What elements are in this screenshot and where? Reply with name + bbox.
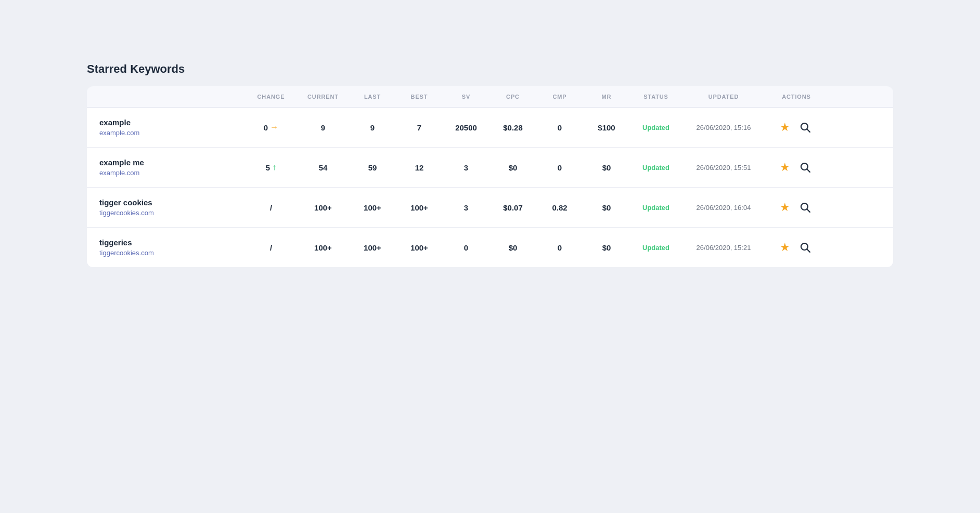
change-cell: 5↑ xyxy=(245,163,297,172)
table-row: example me example.com 5↑ 54 59 12 3 $0 … xyxy=(87,148,893,188)
cmp-cell: 0.82 xyxy=(536,203,583,212)
keyword-domain[interactable]: tiggercookies.com xyxy=(99,249,245,257)
best-cell: 7 xyxy=(396,123,443,132)
svg-line-3 xyxy=(807,169,810,173)
header-mr: MR xyxy=(583,94,630,100)
search-button[interactable] xyxy=(797,120,813,135)
change-value: 0 xyxy=(264,123,268,132)
header-sv: SV xyxy=(443,94,489,100)
star-button[interactable]: ★ xyxy=(780,201,790,214)
updated-cell: 26/06/2020, 15:16 xyxy=(682,124,765,131)
current-cell: 100+ xyxy=(297,203,349,212)
keywords-table: CHANGE CURRENT LAST BEST SV CPC CMP MR S… xyxy=(87,86,893,267)
star-button[interactable]: ★ xyxy=(780,161,790,174)
last-cell: 9 xyxy=(349,123,396,132)
actions-cell: ★ xyxy=(765,200,828,215)
cmp-cell: 0 xyxy=(536,243,583,252)
header-change: CHANGE xyxy=(245,94,297,100)
keyword-cell: example example.com xyxy=(99,118,245,137)
keyword-cell: tiggeries tiggercookies.com xyxy=(99,238,245,257)
cpc-cell: $0 xyxy=(489,243,536,252)
change-cell: / xyxy=(245,203,297,212)
header-cpc: CPC xyxy=(489,94,536,100)
keyword-domain[interactable]: example.com xyxy=(99,169,245,177)
change-value: / xyxy=(270,203,272,212)
keyword-domain[interactable]: example.com xyxy=(99,129,245,137)
last-cell: 100+ xyxy=(349,243,396,252)
cpc-cell: $0.28 xyxy=(489,123,536,132)
arrow-up-icon: ↑ xyxy=(272,163,276,172)
change-cell: / xyxy=(245,243,297,252)
mr-cell: $0 xyxy=(583,163,630,172)
change-value: / xyxy=(270,243,272,252)
cpc-cell: $0 xyxy=(489,163,536,172)
main-container: Starred Keywords CHANGE CURRENT LAST BES… xyxy=(87,62,893,267)
header-updated: UPDATED xyxy=(682,94,765,100)
search-icon xyxy=(800,202,811,213)
arrow-right-icon: → xyxy=(270,123,278,132)
status-cell: Updated xyxy=(630,204,682,212)
sv-cell: 3 xyxy=(443,203,489,212)
current-cell: 9 xyxy=(297,123,349,132)
sv-cell: 0 xyxy=(443,243,489,252)
keyword-cell: example me example.com xyxy=(99,158,245,177)
best-cell: 100+ xyxy=(396,203,443,212)
search-button[interactable] xyxy=(797,200,813,215)
status-cell: Updated xyxy=(630,244,682,252)
search-icon xyxy=(800,122,811,133)
star-button[interactable]: ★ xyxy=(780,241,790,254)
status-cell: Updated xyxy=(630,164,682,172)
keyword-name: example me xyxy=(99,158,245,167)
cpc-cell: $0.07 xyxy=(489,203,536,212)
status-cell: Updated xyxy=(630,124,682,131)
last-cell: 100+ xyxy=(349,203,396,212)
page-title: Starred Keywords xyxy=(87,62,893,76)
table-body: example example.com 0→ 9 9 7 20500 $0.28… xyxy=(87,108,893,267)
header-best: BEST xyxy=(396,94,443,100)
keyword-name: example xyxy=(99,118,245,127)
keyword-name: tiggeries xyxy=(99,238,245,247)
star-button[interactable]: ★ xyxy=(780,121,790,134)
updated-cell: 26/06/2020, 16:04 xyxy=(682,204,765,212)
header-actions: ACTIONS xyxy=(765,94,828,100)
keyword-cell: tigger cookies tiggercookies.com xyxy=(99,198,245,217)
search-button[interactable] xyxy=(797,240,813,255)
header-last: LAST xyxy=(349,94,396,100)
keyword-domain[interactable]: tiggercookies.com xyxy=(99,209,245,217)
mr-cell: $0 xyxy=(583,243,630,252)
search-icon xyxy=(800,162,811,173)
svg-line-5 xyxy=(807,209,810,213)
table-row: tiggeries tiggercookies.com / 100+ 100+ … xyxy=(87,228,893,267)
header-current: CURRENT xyxy=(297,94,349,100)
search-button[interactable] xyxy=(797,160,813,175)
cmp-cell: 0 xyxy=(536,123,583,132)
search-icon xyxy=(800,242,811,253)
current-cell: 54 xyxy=(297,163,349,172)
current-cell: 100+ xyxy=(297,243,349,252)
best-cell: 12 xyxy=(396,163,443,172)
mr-cell: $100 xyxy=(583,123,630,132)
svg-line-1 xyxy=(807,129,810,133)
sv-cell: 20500 xyxy=(443,123,489,132)
keyword-name: tigger cookies xyxy=(99,198,245,207)
header-keyword xyxy=(99,94,245,100)
best-cell: 100+ xyxy=(396,243,443,252)
last-cell: 59 xyxy=(349,163,396,172)
actions-cell: ★ xyxy=(765,160,828,175)
header-cmp: CMP xyxy=(536,94,583,100)
change-value: 5 xyxy=(266,163,270,172)
table-row: example example.com 0→ 9 9 7 20500 $0.28… xyxy=(87,108,893,148)
table-header-row: CHANGE CURRENT LAST BEST SV CPC CMP MR S… xyxy=(87,86,893,108)
change-cell: 0→ xyxy=(245,123,297,132)
updated-cell: 26/06/2020, 15:51 xyxy=(682,164,765,172)
header-status: STATUS xyxy=(630,94,682,100)
actions-cell: ★ xyxy=(765,120,828,135)
table-row: tigger cookies tiggercookies.com / 100+ … xyxy=(87,188,893,228)
sv-cell: 3 xyxy=(443,163,489,172)
cmp-cell: 0 xyxy=(536,163,583,172)
svg-line-7 xyxy=(807,249,810,253)
mr-cell: $0 xyxy=(583,203,630,212)
updated-cell: 26/06/2020, 15:21 xyxy=(682,244,765,252)
actions-cell: ★ xyxy=(765,240,828,255)
